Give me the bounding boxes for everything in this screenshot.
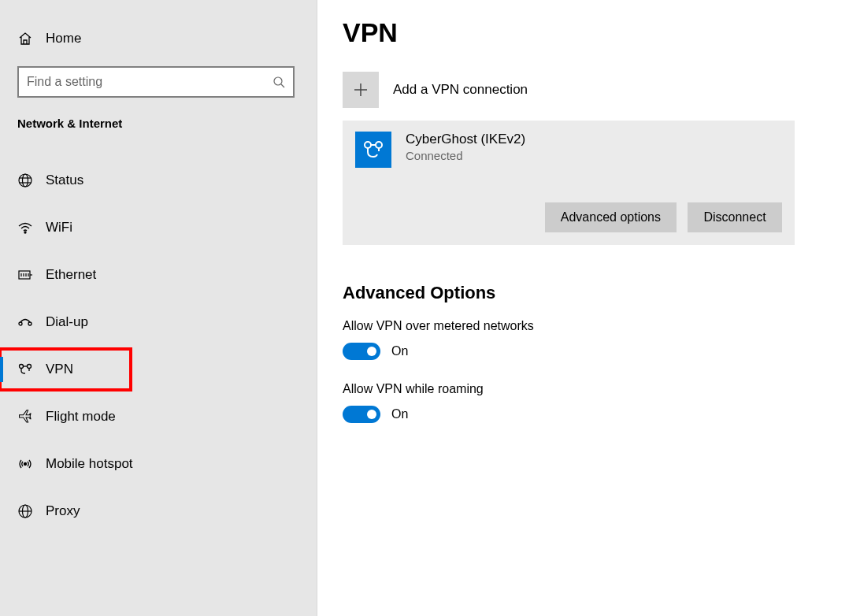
metered-state: On xyxy=(391,344,408,358)
plus-icon xyxy=(343,72,379,108)
svg-point-6 xyxy=(24,232,26,233)
ethernet-icon xyxy=(17,269,46,281)
sidebar-item-status[interactable]: Status xyxy=(0,160,317,201)
svg-point-15 xyxy=(20,365,24,369)
sidebar-item-hotspot[interactable]: Mobile hotspot xyxy=(0,443,317,484)
sidebar-item-dialup[interactable]: Dial-up xyxy=(0,302,317,343)
sidebar-home[interactable]: Home xyxy=(17,22,299,55)
svg-point-17 xyxy=(24,463,27,466)
sidebar-item-ethernet[interactable]: Ethernet xyxy=(0,254,317,295)
roaming-toggle[interactable] xyxy=(343,406,380,423)
svg-point-16 xyxy=(28,365,32,369)
main-content: VPN Add a VPN connection CyberGhost (IKE… xyxy=(317,0,849,616)
add-vpn-button[interactable]: Add a VPN connection xyxy=(343,72,824,108)
svg-point-13 xyxy=(19,322,22,325)
svg-point-14 xyxy=(28,322,32,325)
advanced-options-heading: Advanced Options xyxy=(343,283,824,303)
sidebar-item-label: Mobile hotspot xyxy=(46,456,133,472)
sidebar-item-vpn[interactable]: VPN xyxy=(0,349,131,390)
sidebar-item-label: Ethernet xyxy=(46,267,96,283)
sidebar-item-label: Proxy xyxy=(46,503,80,519)
svg-point-23 xyxy=(365,142,371,148)
sidebar-item-wifi[interactable]: WiFi xyxy=(0,207,317,248)
sidebar-item-proxy[interactable]: Proxy xyxy=(0,491,317,532)
svg-point-24 xyxy=(376,142,382,148)
globe-icon xyxy=(17,173,46,188)
sidebar-item-label: WiFi xyxy=(46,220,72,236)
proxy-icon xyxy=(17,503,46,519)
vpn-connection-icon xyxy=(355,132,391,168)
sidebar: Home Network & Internet Status xyxy=(0,0,317,616)
sidebar-item-label: Status xyxy=(46,173,83,188)
sidebar-nav: Status WiFi Ethernet xyxy=(0,160,317,532)
home-label: Home xyxy=(46,31,81,46)
home-icon xyxy=(17,31,46,46)
sidebar-item-flightmode[interactable]: Flight mode xyxy=(0,396,317,437)
category-header: Network & Internet xyxy=(17,117,299,130)
dialup-icon xyxy=(17,314,46,330)
metered-toggle[interactable] xyxy=(343,343,380,360)
sidebar-item-label: Flight mode xyxy=(46,409,116,425)
vpn-name: CyberGhost (IKEv2) xyxy=(406,132,525,147)
search-icon xyxy=(272,76,285,88)
disconnect-button[interactable]: Disconnect xyxy=(688,202,782,232)
hotspot-icon xyxy=(17,456,46,472)
vpn-connection-card[interactable]: CyberGhost (IKEv2) Connected Advanced op… xyxy=(343,121,795,245)
sidebar-item-label: Dial-up xyxy=(46,314,88,330)
search-input-container[interactable] xyxy=(17,66,295,98)
airplane-icon xyxy=(17,409,46,425)
svg-line-1 xyxy=(281,84,284,87)
vpn-status: Connected xyxy=(406,149,525,162)
roaming-label: Allow VPN while roaming xyxy=(343,382,824,396)
svg-point-3 xyxy=(23,174,28,187)
sidebar-item-label: VPN xyxy=(46,362,73,377)
search-input[interactable] xyxy=(27,75,272,89)
svg-point-2 xyxy=(19,174,32,187)
add-vpn-label: Add a VPN connection xyxy=(393,82,528,98)
page-title: VPN xyxy=(343,17,824,48)
advanced-options-button[interactable]: Advanced options xyxy=(545,202,677,232)
vpn-icon xyxy=(17,362,46,377)
roaming-state: On xyxy=(391,407,408,421)
svg-point-0 xyxy=(274,77,282,85)
metered-label: Allow VPN over metered networks xyxy=(343,319,824,333)
wifi-icon xyxy=(17,220,46,236)
